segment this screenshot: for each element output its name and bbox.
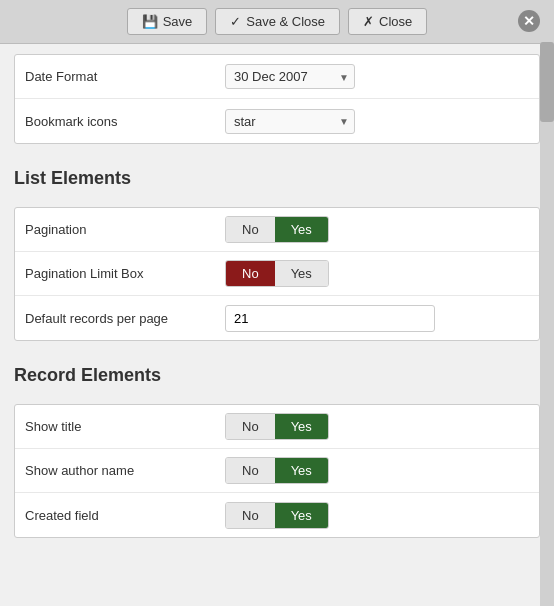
bookmark-icons-select[interactable]: star flag heart pin <box>225 109 355 134</box>
list-elements-heading: List Elements <box>0 154 554 197</box>
pagination-label: Pagination <box>25 222 225 237</box>
list-elements-section: Pagination No Yes Pagination Limit Box N… <box>14 207 540 341</box>
pagination-row: Pagination No Yes <box>15 208 539 252</box>
record-elements-section: Show title No Yes Show author name No Ye… <box>14 404 540 538</box>
record-elements-heading: Record Elements <box>0 351 554 394</box>
date-format-label: Date Format <box>25 69 225 84</box>
show-title-row: Show title No Yes <box>15 405 539 449</box>
show-author-no-button[interactable]: No <box>226 458 275 483</box>
default-records-label: Default records per page <box>25 311 225 326</box>
pagination-limit-toggle: No Yes <box>225 260 329 287</box>
pagination-toggle: No Yes <box>225 216 329 243</box>
pagination-limit-label: Pagination Limit Box <box>25 266 225 281</box>
bookmark-icons-select-wrapper: star flag heart pin ▼ <box>225 109 355 134</box>
close-button[interactable]: ✗ Close <box>348 8 427 35</box>
show-author-yes-button[interactable]: Yes <box>275 458 328 483</box>
pagination-control: No Yes <box>225 216 529 243</box>
pagination-no-button[interactable]: No <box>226 217 275 242</box>
created-field-yes-button[interactable]: Yes <box>275 503 328 528</box>
main-content: Date Format 30 Dec 2007 Dec 30 2007 2007… <box>0 44 554 606</box>
toolbar: 💾 Save ✓ Save & Close ✗ Close ✕ <box>0 0 554 44</box>
x-icon: ✗ <box>363 14 374 29</box>
save-button[interactable]: 💾 Save <box>127 8 208 35</box>
pagination-yes-button[interactable]: Yes <box>275 217 328 242</box>
bookmark-icons-row: Bookmark icons star flag heart pin ▼ <box>15 99 539 143</box>
save-label: Save <box>163 14 193 29</box>
check-icon: ✓ <box>230 14 241 29</box>
show-author-label: Show author name <box>25 463 225 478</box>
date-format-select[interactable]: 30 Dec 2007 Dec 30 2007 2007-12-30 <box>225 64 355 89</box>
show-title-yes-button[interactable]: Yes <box>275 414 328 439</box>
show-author-toggle: No Yes <box>225 457 329 484</box>
default-records-control <box>225 305 529 332</box>
date-format-section: Date Format 30 Dec 2007 Dec 30 2007 2007… <box>14 54 540 144</box>
save-close-label: Save & Close <box>246 14 325 29</box>
show-title-toggle: No Yes <box>225 413 329 440</box>
show-author-row: Show author name No Yes <box>15 449 539 493</box>
save-close-button[interactable]: ✓ Save & Close <box>215 8 340 35</box>
date-format-row: Date Format 30 Dec 2007 Dec 30 2007 2007… <box>15 55 539 99</box>
bookmark-icons-label: Bookmark icons <box>25 114 225 129</box>
default-records-row: Default records per page <box>15 296 539 340</box>
show-title-control: No Yes <box>225 413 529 440</box>
show-author-control: No Yes <box>225 457 529 484</box>
close-label: Close <box>379 14 412 29</box>
default-records-input[interactable] <box>225 305 435 332</box>
pagination-limit-yes-button[interactable]: Yes <box>275 261 328 286</box>
pagination-limit-row: Pagination Limit Box No Yes <box>15 252 539 296</box>
show-title-no-button[interactable]: No <box>226 414 275 439</box>
created-field-control: No Yes <box>225 502 529 529</box>
created-field-no-button[interactable]: No <box>226 503 275 528</box>
dialog-close-button[interactable]: ✕ <box>518 10 540 32</box>
pagination-limit-control: No Yes <box>225 260 529 287</box>
date-format-control: 30 Dec 2007 Dec 30 2007 2007-12-30 ▼ <box>225 64 529 89</box>
date-format-select-wrapper: 30 Dec 2007 Dec 30 2007 2007-12-30 ▼ <box>225 64 355 89</box>
created-field-label: Created field <box>25 508 225 523</box>
scrollbar-track <box>540 42 554 606</box>
show-title-label: Show title <box>25 419 225 434</box>
created-field-row: Created field No Yes <box>15 493 539 537</box>
scrollbar-thumb[interactable] <box>540 42 554 122</box>
pagination-limit-no-button[interactable]: No <box>226 261 275 286</box>
save-icon: 💾 <box>142 14 158 29</box>
created-field-toggle: No Yes <box>225 502 329 529</box>
bookmark-icons-control: star flag heart pin ▼ <box>225 109 529 134</box>
